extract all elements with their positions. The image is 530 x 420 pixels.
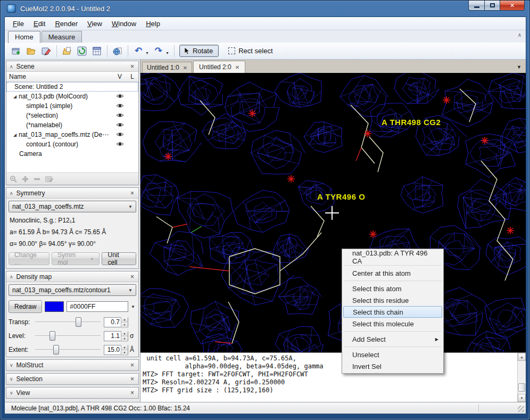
tree-row[interactable]: simple1 (simple) (6, 101, 138, 111)
context-menu-item[interactable]: Select this chain (343, 306, 442, 318)
menu-window[interactable]: Window (107, 18, 141, 29)
new-scene-icon[interactable] (10, 45, 23, 57)
minimize-button[interactable] (468, 1, 484, 11)
molecular-viewport[interactable]: A THR498 CG2A TYR496 O (140, 73, 526, 352)
maximize-button[interactable] (484, 1, 500, 11)
tree-row[interactable]: Scene: Untitled 2 (6, 82, 138, 92)
properties-icon[interactable] (45, 175, 54, 183)
save-scene-icon[interactable] (40, 45, 53, 57)
map-color-swatch[interactable] (45, 301, 64, 312)
expand-icon[interactable]: ∨ (10, 390, 13, 396)
tree-row[interactable]: (*namelabel) (6, 120, 138, 130)
undo-icon[interactable]: ↶ (132, 45, 145, 57)
render-scene-icon[interactable] (111, 45, 124, 57)
rect-select-tool[interactable]: Rect select (225, 45, 276, 56)
scrollbar-thumb[interactable] (518, 383, 525, 392)
app-window: CueMol2 2.0.0.94 - Untitled 2 ✕ FileEdit… (0, 0, 530, 420)
visibility-eye-icon[interactable] (116, 141, 125, 147)
tree-expander-icon[interactable]: ◢ (13, 133, 19, 137)
symm-mol-button[interactable]: Symm mol▼ (52, 252, 100, 265)
unit-cell-button[interactable]: Unit cell (102, 252, 136, 265)
resize-grip[interactable] (518, 406, 524, 412)
symmetry-target-select[interactable]: nat_013_map_coeffs.mtz▼ (9, 201, 136, 212)
close-icon[interactable]: × (129, 273, 135, 281)
close-icon[interactable]: × (129, 361, 135, 369)
undo-dropdown-icon[interactable]: ▼ (145, 51, 149, 55)
ribbon-tab-measure[interactable]: Measure (42, 31, 82, 43)
open-file-icon[interactable] (61, 45, 73, 57)
close-tab-icon[interactable]: ✕ (183, 65, 187, 71)
scroll-up-icon[interactable]: ▲ (518, 353, 526, 361)
menu-edit[interactable]: Edit (29, 18, 50, 29)
redraw-button[interactable]: Redraw (9, 300, 42, 313)
rotate-tool-button[interactable]: Rotate (179, 45, 219, 57)
transp-label: Transp: (9, 318, 35, 326)
zoom-icon[interactable] (10, 175, 18, 183)
tree-row[interactable]: ◢nat_013.pdb (MolCoord) (6, 92, 138, 101)
close-button[interactable]: ✕ (500, 1, 525, 11)
ribbon-tab-home[interactable]: Home (8, 31, 40, 43)
redo-dropdown-icon[interactable]: ▼ (165, 51, 169, 55)
density-target-select[interactable]: nat_013_map_coeffs.mtz/contour1▼ (9, 284, 136, 296)
context-menu-item[interactable]: Unselect (343, 349, 442, 360)
view-tab-1[interactable]: Untitled 1:0✕ (142, 62, 192, 73)
log-scrollbar[interactable]: ▲ ▼ (517, 353, 526, 402)
level-slider[interactable] (35, 331, 101, 341)
remove-icon[interactable] (33, 175, 41, 183)
ribbon-collapse-icon[interactable]: ∧ (518, 32, 521, 38)
add-icon[interactable] (21, 175, 29, 183)
tree-row[interactable]: ◢nat_013_map_coeffs.mtz (De⋯ (6, 130, 138, 139)
tree-item-label: contour1 (contour) (26, 141, 78, 148)
tree-row[interactable]: (*selection) (6, 111, 138, 120)
visibility-eye-icon[interactable] (116, 131, 125, 138)
collapse-icon[interactable]: ∧ (10, 64, 13, 69)
expand-icon[interactable]: ∨ (10, 376, 13, 382)
data-table-icon[interactable] (90, 45, 103, 57)
tree-expander-icon[interactable]: ◢ (13, 94, 19, 99)
open-scene-icon[interactable] (25, 45, 38, 57)
context-menu-item[interactable]: Add Select▶ (343, 333, 442, 345)
change-button[interactable]: Change ... (9, 252, 49, 265)
visibility-eye-icon[interactable] (116, 93, 125, 100)
menu-render[interactable]: Render (50, 18, 82, 29)
level-spinner[interactable]: 1.1▲▼ (104, 331, 128, 341)
collapse-icon[interactable]: ∧ (10, 191, 13, 196)
tree-row[interactable]: contour1 (contour) (6, 139, 138, 149)
context-menu-item[interactable]: nat_013.pdb: A TYR 496 CA (343, 250, 442, 263)
scroll-down-icon[interactable]: ▼ (518, 394, 526, 402)
extent-slider[interactable] (35, 344, 101, 355)
close-icon[interactable]: × (129, 190, 135, 197)
close-icon[interactable]: × (129, 63, 135, 70)
visibility-eye-icon[interactable] (116, 103, 125, 109)
menu-file[interactable]: File (8, 18, 29, 29)
visibility-eye-icon[interactable] (116, 122, 125, 128)
view-tab-2[interactable]: Untitled 2:0✕ (193, 61, 245, 73)
map-color-hex-field[interactable]: #0000FF (67, 301, 128, 312)
transp-slider[interactable] (35, 317, 101, 327)
chevron-down-icon[interactable]: ▼ (131, 304, 136, 309)
tree-row[interactable]: Camera (6, 149, 138, 159)
context-menu-item[interactable]: Select this atom (343, 283, 442, 294)
tree-item-label: (*namelabel) (26, 121, 62, 129)
tab-list-dropdown-icon[interactable]: ▼ (517, 64, 521, 70)
extent-spinner[interactable]: 15.0▲▼ (104, 345, 128, 355)
menu-view[interactable]: View (82, 18, 107, 29)
context-menu-item[interactable]: Select this residue (343, 294, 442, 306)
close-icon[interactable]: × (129, 389, 135, 397)
visibility-eye-icon[interactable] (116, 112, 125, 119)
expand-icon[interactable]: ∨ (10, 363, 13, 368)
context-menu-item[interactable]: Select this molecule (343, 318, 442, 330)
transp-spinner[interactable]: 0.7▲▼ (104, 317, 128, 327)
context-menu-item[interactable]: Center at this atom (343, 267, 442, 279)
redo-icon[interactable]: ↷ (152, 45, 165, 57)
menu-help[interactable]: Help (141, 18, 165, 29)
menu-bar: FileEditRenderViewWindowHelp (5, 17, 526, 30)
column-visible: V (118, 73, 122, 80)
collapse-icon[interactable]: ∧ (10, 274, 13, 279)
view-tab-bar: Untitled 1:0✕Untitled 2:0✕▼ (140, 60, 526, 73)
close-icon[interactable]: × (129, 375, 135, 383)
close-tab-icon[interactable]: ✕ (235, 64, 239, 70)
panel-title: Symmetry (16, 190, 129, 197)
reload-icon[interactable] (76, 45, 88, 57)
context-menu-item[interactable]: Invert Sel (343, 360, 442, 372)
